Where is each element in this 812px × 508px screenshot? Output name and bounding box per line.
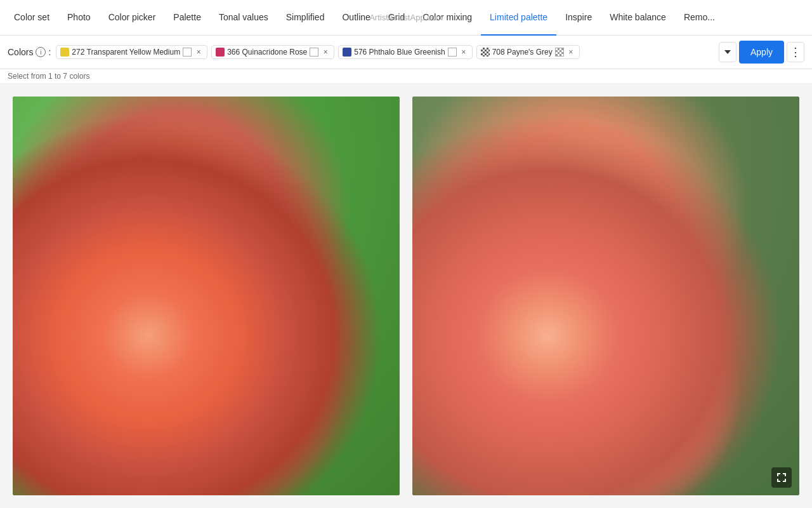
chip-label-2: 366 Quinacridone Rose <box>227 48 307 57</box>
nav-item-grid[interactable]: Grid <box>379 0 414 36</box>
right-image-panel <box>412 97 799 495</box>
nav-item-tonal-values[interactable]: Tonal values <box>210 0 277 36</box>
swatch-icon-4 <box>555 48 564 57</box>
nav-item-simplified[interactable]: Simplified <box>277 0 334 36</box>
chip-close-4[interactable]: × <box>566 48 575 57</box>
expand-button[interactable] <box>771 467 792 488</box>
chip-label-4: 708 Payne's Grey <box>492 48 553 57</box>
colors-bar: Colors i : 272 Transparent Yellow Medium… <box>0 36 812 69</box>
nav-item-outline[interactable]: Outline <box>333 0 379 36</box>
nav-item-palette[interactable]: Palette <box>164 0 210 36</box>
left-image-panel <box>13 97 400 495</box>
nav-item-limited-palette[interactable]: Limited palette <box>481 0 556 36</box>
info-icon[interactable]: i <box>36 47 46 57</box>
swatch-icon-3 <box>448 48 457 57</box>
nav-bar: Color setPhotoColor pickerPaletteTonal v… <box>0 0 812 36</box>
apply-button[interactable]: Apply <box>739 41 784 64</box>
swatch-icon-1 <box>183 48 192 57</box>
color-chip-4[interactable]: 708 Payne's Grey × <box>476 45 580 59</box>
color-chip-1[interactable]: 272 Transparent Yellow Medium × <box>56 45 207 59</box>
colors-text: Colors <box>8 47 33 57</box>
chip-close-3[interactable]: × <box>459 48 468 57</box>
color-chip-2[interactable]: 366 Quinacridone Rose × <box>211 45 334 59</box>
nav-item-white-balance[interactable]: White balance <box>601 0 675 36</box>
chip-label-1: 272 Transparent Yellow Medium <box>72 48 180 57</box>
color-dot-4 <box>481 48 490 57</box>
nav-item-color-mixing[interactable]: Color mixing <box>414 0 481 36</box>
hint-text: Select from 1 to 7 colors <box>8 72 89 81</box>
dropdown-button[interactable] <box>719 42 737 62</box>
colon: : <box>48 47 51 57</box>
main-content <box>0 84 812 508</box>
color-dot-2 <box>216 48 225 57</box>
chip-label-3: 576 Phthalo Blue Greenish <box>354 48 445 57</box>
color-chip-3[interactable]: 576 Phthalo Blue Greenish × <box>338 45 472 59</box>
chip-close-1[interactable]: × <box>194 48 203 57</box>
nav-item-color-set[interactable]: Color set <box>5 0 58 36</box>
right-image <box>412 97 799 495</box>
left-image <box>13 97 400 495</box>
nav-item-remove[interactable]: Remo... <box>675 0 724 36</box>
chip-close-2[interactable]: × <box>321 48 330 57</box>
color-dot-3 <box>343 48 351 57</box>
swatch-icon-2 <box>310 48 318 57</box>
more-options-button[interactable]: ⋮ <box>787 42 804 62</box>
colors-actions: Apply ⋮ <box>719 41 804 64</box>
nav-item-inspire[interactable]: Inspire <box>556 0 601 36</box>
color-chips: 272 Transparent Yellow Medium × 366 Quin… <box>56 45 714 59</box>
nav-item-photo[interactable]: Photo <box>58 0 100 36</box>
nav-item-color-picker[interactable]: Color picker <box>100 0 165 36</box>
colors-label: Colors i : <box>8 47 51 57</box>
hint-bar: Select from 1 to 7 colors <box>0 69 812 84</box>
color-dot-1 <box>60 48 69 57</box>
